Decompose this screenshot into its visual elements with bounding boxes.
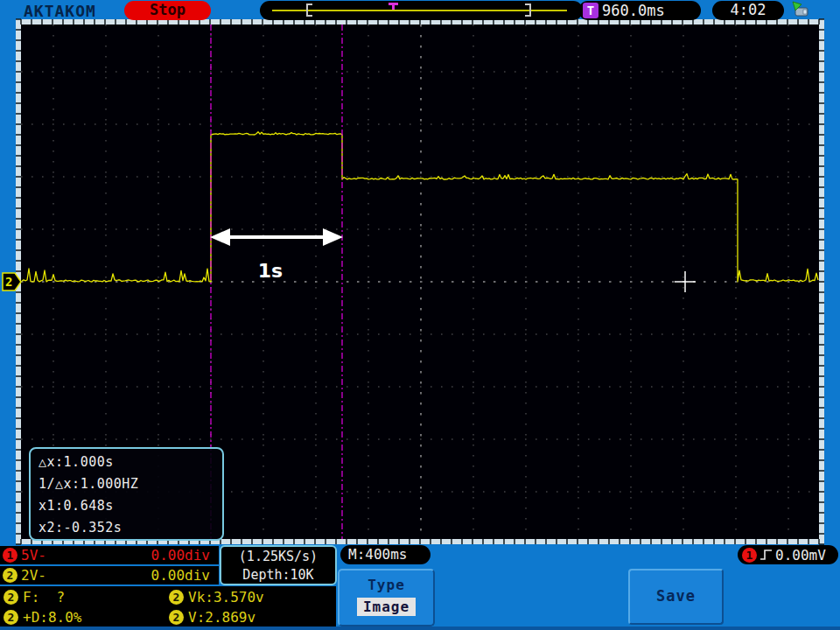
- channel2-scale: 2V-: [21, 567, 46, 584]
- measurement-vk: 2 Vk:3.570v: [169, 589, 264, 606]
- measurement-duty: 2 +D:8.0%: [4, 609, 81, 626]
- readout-delta-x: △x:1.000s: [38, 452, 222, 473]
- rising-edge-icon: [760, 548, 773, 562]
- measurement-value: +D:8.0%: [23, 609, 81, 626]
- channel2-status-box: 2 2V- 0.00div: [0, 566, 219, 584]
- sampling-info-box: (1.25KS/s) Depth:10K: [220, 545, 337, 585]
- measurement-channel-badge: 2: [169, 590, 184, 605]
- measurement-channel-badge: 2: [4, 590, 18, 605]
- measurement-v: 2 V:2.869v: [169, 609, 256, 626]
- measurement-value: V:2.869v: [188, 609, 256, 626]
- cursor-readout-box: △x:1.000s 1/△x:1.000HZ x1:0.648s x2:-0.3…: [29, 447, 224, 541]
- trigger-level-value: 0.00mV: [775, 547, 826, 564]
- memory-window-bracket-left: [306, 4, 312, 17]
- type-button[interactable]: Type Image: [338, 569, 435, 626]
- delta-time-label: 1s: [258, 260, 283, 282]
- channel1-offset: 0.00div: [151, 547, 210, 564]
- usb-drive-icon: [789, 0, 812, 19]
- measurement-channel-badge: 2: [4, 610, 18, 625]
- channel1-badge: 1: [3, 548, 18, 563]
- trigger-position-marker-stem: [392, 5, 395, 10]
- channel1-status-box: 1 5V- 0.00div: [0, 546, 219, 564]
- memory-depth: Depth:10K: [221, 566, 335, 584]
- clock: 4:02: [712, 1, 784, 20]
- memory-window-bracket-right: [525, 4, 531, 17]
- brand-logo: AKTAKOM: [24, 2, 96, 20]
- trigger-time-icon: T: [583, 3, 598, 18]
- trigger-status-pill: 1 0.00mV: [738, 545, 838, 564]
- auto-measurements-strip: 2 F: ? 2 +D:8.0% 2 Vk:3.570v 2 V:2.869v: [0, 586, 336, 627]
- trigger-time-value: 960.0ms: [602, 2, 665, 19]
- measurement-value: Vk:3.570v: [188, 589, 264, 606]
- channel2-badge: 2: [3, 568, 18, 583]
- type-button-value: Image: [357, 598, 416, 616]
- sample-rate: (1.25KS/s): [221, 548, 335, 565]
- bottom-edge-strip: [0, 626, 840, 630]
- memory-bar-line: [272, 10, 567, 11]
- channel2-marker-label: 2: [5, 275, 12, 289]
- measurement-channel-badge: 2: [169, 610, 184, 625]
- run-state-indicator: Stop: [124, 1, 211, 20]
- readout-frequency: 1/△x:1.000HZ: [38, 473, 222, 495]
- measurement-value: F: ?: [23, 589, 65, 606]
- timebase-pill: M:400ms: [340, 545, 430, 564]
- readout-x1: x1:0.648s: [38, 495, 222, 517]
- memory-window-bar: [260, 1, 583, 20]
- measurement-frequency: 2 F: ?: [4, 589, 65, 606]
- trigger-source-badge: 1: [742, 548, 757, 563]
- readout-x2: x2:-0.352s: [38, 517, 222, 539]
- trigger-time-pill: T 960.0ms: [578, 1, 701, 20]
- type-button-label: Type: [340, 577, 433, 593]
- channel2-offset: 0.00div: [151, 567, 210, 584]
- channel1-scale: 5V-: [21, 547, 46, 564]
- save-button[interactable]: Save: [628, 569, 724, 625]
